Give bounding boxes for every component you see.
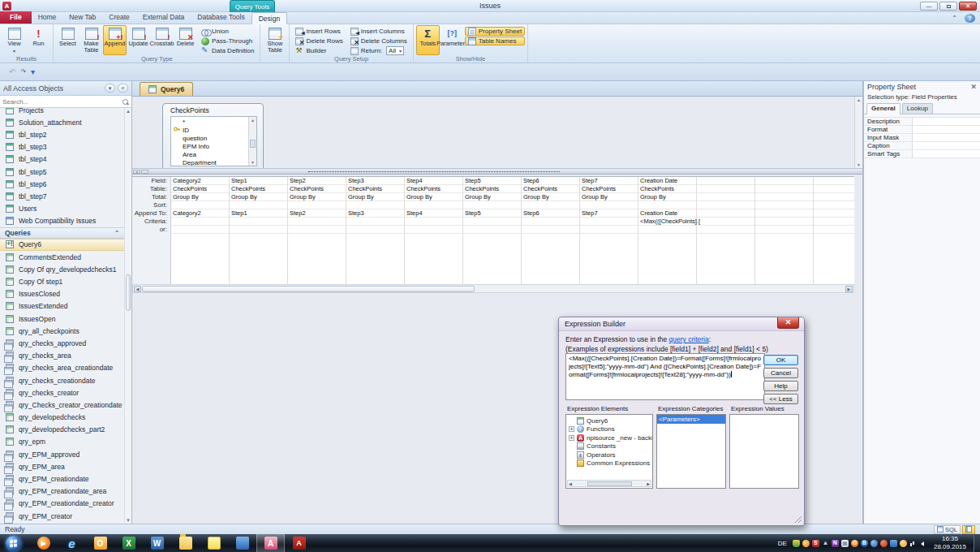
maximize-button[interactable] — [939, 2, 957, 11]
expression-values-box[interactable] — [729, 414, 799, 489]
grid-cell-field[interactable] — [755, 177, 813, 185]
grid-cell-table[interactable]: CheckPoints — [638, 185, 696, 193]
grid-horizontal-scrollbar[interactable]: ◀ ▶ — [132, 284, 854, 293]
nav-item-issuesextended[interactable]: IssuesExtended — [0, 300, 124, 313]
nav-item-qry-developedchecks[interactable]: qry_developedchecks — [0, 412, 124, 424]
grid-cell-criteria[interactable] — [463, 218, 521, 226]
ribbon-tab[interactable]: Create — [102, 11, 136, 24]
start-button[interactable] — [6, 536, 21, 551]
grid-cell-table[interactable] — [697, 185, 754, 193]
undo-icon[interactable]: ↶ — [9, 67, 15, 77]
grid-cell-total[interactable]: Group By — [230, 193, 287, 201]
scroll-thumb[interactable] — [126, 274, 131, 311]
grid-cell-append-to[interactable]: Creation Date — [638, 209, 696, 218]
nav-item-tbl-step3[interactable]: tbl_step3 — [0, 141, 124, 153]
mini-scroll-left-icon[interactable]: ◂ — [133, 170, 140, 174]
nav-item-web-compatibility-issues[interactable]: Web Compatibility Issues — [0, 215, 124, 227]
nav-item-copy-of-step1[interactable]: Copy Of step1 — [0, 275, 124, 287]
scroll-right-icon[interactable]: ▶ — [845, 286, 853, 292]
ribbon-tab[interactable]: Design — [251, 12, 287, 24]
grid-cell-total[interactable]: Group By — [288, 193, 346, 201]
grid-cell-field[interactable]: Step5 — [463, 177, 521, 185]
checkpoints-field-list[interactable]: CheckPoints ▲▼ * ID — [162, 103, 264, 168]
nav-item-qry-epm-approved[interactable]: qry_EPM_approved — [0, 448, 124, 460]
nav-item-qry-all-checkpoints[interactable]: qry_all_checkpoints — [0, 325, 124, 337]
internet-explorer-icon[interactable]: e — [58, 534, 86, 552]
grid-cell-criteria[interactable] — [405, 218, 462, 226]
nav-item-qry-epm[interactable]: qry_epm — [0, 436, 124, 448]
tray-red-icon[interactable] — [880, 540, 888, 547]
tray-mail-icon[interactable]: ✉ — [841, 540, 849, 547]
grid-cell-sort[interactable] — [522, 201, 579, 209]
grid-cell-or[interactable] — [463, 226, 521, 234]
tray-uparrow-icon[interactable]: ▴ — [822, 540, 829, 547]
grid-cell-sort[interactable] — [580, 201, 638, 209]
top-pane-scrollbar[interactable]: ▲▼ — [854, 97, 862, 168]
grid-cell-criteria[interactable] — [697, 218, 754, 226]
tray-orange-icon[interactable] — [802, 540, 810, 547]
grid-cell-total[interactable]: Group By — [522, 193, 579, 201]
nav-item-copy-of-qry-developedchecks1[interactable]: Copy Of qry_developedchecks1 — [0, 263, 124, 275]
run-button[interactable]: ! Run — [27, 25, 50, 55]
outlook-icon[interactable]: O — [86, 534, 114, 552]
property-value-field[interactable] — [913, 118, 980, 125]
scroll-left-icon[interactable]: ◀ — [134, 286, 141, 292]
grid-cell-field[interactable]: Step4 — [405, 177, 462, 185]
tree-item-common-expressions[interactable]: Common Expressions — [569, 459, 652, 468]
grid-cell-field[interactable]: Creation Date — [638, 177, 696, 185]
nav-item-qry-checks-creationdate[interactable]: qry_checks_creationdate — [0, 374, 124, 386]
ribbon-tab[interactable]: Database Tools — [191, 11, 251, 24]
tree-item-functions[interactable]: + Functions — [569, 425, 652, 434]
scroll-up-icon[interactable]: ▲ — [126, 109, 131, 114]
delete-button[interactable]: ✕ Delete — [174, 25, 197, 55]
access-icon[interactable]: A — [256, 534, 285, 552]
grid-cell-append-to[interactable] — [697, 209, 754, 218]
data-definition-button[interactable]: Data Definition — [198, 46, 257, 55]
grid-cell-criteria[interactable] — [522, 218, 579, 226]
grid-cell-criteria[interactable] — [814, 218, 854, 226]
append-button[interactable]: +! Append — [103, 25, 127, 55]
blue-app-icon[interactable] — [228, 534, 256, 552]
grid-cell-append-to[interactable]: Category2 — [171, 209, 229, 218]
search-icon[interactable] — [122, 98, 129, 106]
show-table-button[interactable]: + Show Table — [263, 25, 286, 55]
nav-item-projects[interactable]: Projects — [0, 108, 124, 116]
grid-cell-append-to[interactable]: Step4 — [405, 209, 462, 218]
grid-cell-sort[interactable] — [346, 201, 404, 209]
grid-cell-criteria[interactable] — [230, 218, 287, 226]
grid-cell-append-to[interactable]: Step7 — [580, 209, 638, 218]
grid-cell-or[interactable] — [638, 226, 696, 234]
dialog-title-bar[interactable]: Expression Builder — [559, 317, 804, 331]
search-input[interactable] — [2, 98, 122, 106]
view-dropdown-arrow[interactable]: ▾ — [13, 48, 15, 54]
property-sheet-tab[interactable]: Lookup — [902, 103, 933, 114]
tray-network-icon[interactable] — [909, 540, 917, 547]
field-row[interactable]: EPM Info — [174, 142, 247, 150]
grid-cell-table[interactable] — [755, 185, 813, 193]
property-value-field[interactable] — [913, 150, 980, 157]
tray-doc-icon[interactable] — [890, 540, 897, 547]
nav-scrollbar[interactable]: ▲ ▼ — [124, 108, 131, 524]
grid-cell-or[interactable] — [814, 226, 854, 234]
ribbon-tab[interactable]: External Data — [136, 11, 191, 24]
grid-cell-criteria[interactable] — [171, 218, 229, 226]
return-dropdown-arrow[interactable]: ▾ — [399, 48, 402, 54]
grid-cell-append-to[interactable]: Step5 — [463, 209, 521, 218]
grid-cell-field[interactable]: Step2 — [288, 177, 346, 185]
nav-item-qry-epm-creator[interactable]: qry_EPM_creator — [0, 510, 124, 522]
pass-through-button[interactable]: Pass-Through — [198, 37, 257, 45]
grid-cell-append-to[interactable] — [755, 209, 813, 218]
tree-item-npisource-new-backup2[interactable]: + npisource _new - backup2 — [569, 433, 652, 442]
tray-s-icon[interactable]: S — [812, 540, 819, 547]
grid-cell-table[interactable]: CheckPoints — [522, 185, 579, 193]
delete-rows-button[interactable]: ✕ Delete Rows — [292, 37, 346, 45]
tray-onenote-icon[interactable]: N — [832, 540, 839, 547]
nav-item-commentsextended[interactable]: CommentsExtended — [0, 251, 124, 263]
redo-icon[interactable]: ↷ — [20, 67, 26, 77]
property-value-field[interactable] — [913, 134, 980, 141]
builder-button[interactable]: Builder — [292, 46, 346, 55]
media-player-icon[interactable]: ▶ — [29, 534, 58, 552]
design-view-button[interactable] — [962, 525, 975, 534]
nav-item-qry-checks-approved[interactable]: qry_checks_approved — [0, 337, 124, 349]
nav-item-tbl-step2[interactable]: tbl_step2 — [0, 128, 124, 140]
